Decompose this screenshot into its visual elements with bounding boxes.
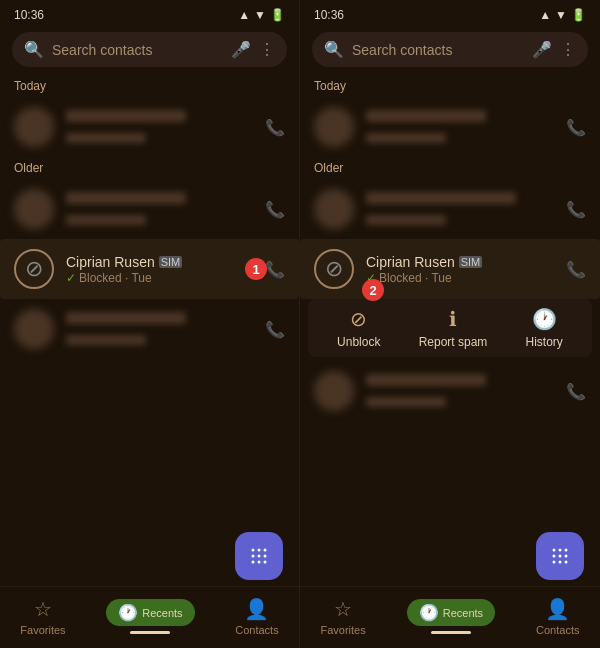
section-today-left: Today: [0, 75, 299, 97]
recents-icon-right: 🕐: [419, 603, 439, 622]
contacts-icon-right: 👤: [545, 597, 570, 621]
recents-underline-right: [431, 631, 471, 634]
right-panel: 10:36 ▲ ▼ 🔋 🔍 Search contacts 🎤 ⋮ Today …: [300, 0, 600, 648]
call-icon-older1-right[interactable]: 📞: [566, 200, 586, 219]
svg-point-12: [553, 555, 556, 558]
history-label: History: [526, 335, 563, 349]
time-right: 10:36: [314, 8, 344, 22]
svg-point-17: [565, 561, 568, 564]
section-older-left: Older: [0, 157, 299, 179]
svg-point-3: [252, 555, 255, 558]
bottom-nav-right: ☆ Favorites 🕐 Recents 👤 Contacts: [300, 586, 600, 648]
avatar-older1-left: [14, 189, 54, 229]
contact-name-blur3-left: [66, 312, 186, 324]
svg-point-16: [559, 561, 562, 564]
blocked-info-left: Ciprian Rusen SIM ✓ Blocked · Tue: [66, 254, 253, 285]
search-placeholder-right: Search contacts: [352, 42, 524, 58]
avatar-today-right: [314, 107, 354, 147]
nav-favorites-left[interactable]: ☆ Favorites: [20, 597, 65, 636]
dialpad-icon-right: [548, 544, 572, 568]
search-bar-left[interactable]: 🔍 Search contacts 🎤 ⋮: [12, 32, 287, 67]
blocked-contact-left[interactable]: ⊘ Ciprian Rusen SIM ✓ Blocked · Tue 📞 1: [0, 239, 299, 299]
avatar-older1-right: [314, 189, 354, 229]
blocked-name-right: Ciprian Rusen SIM: [366, 254, 554, 270]
status-icons-right: ▲ ▼ 🔋: [539, 8, 586, 22]
signal-icon: ▲: [238, 8, 250, 22]
blocked-sub-right: ✓ Blocked · Tue: [366, 271, 554, 285]
svg-point-14: [565, 555, 568, 558]
unblock-icon: ⊘: [350, 307, 367, 331]
svg-point-4: [258, 555, 261, 558]
contact-name-blur-left: [66, 110, 186, 122]
avatar-older2-right: [314, 371, 354, 411]
nav-contacts-left[interactable]: 👤 Contacts: [235, 597, 278, 636]
svg-point-1: [258, 549, 261, 552]
blocked-icon-right: ⊘: [325, 256, 343, 282]
action-unblock[interactable]: ⊘ Unblock: [337, 307, 380, 349]
contact-info-today-right: [366, 108, 554, 147]
avatar-today-left: [14, 107, 54, 147]
contact-info-today-left: [66, 108, 253, 147]
contact-row-today-right[interactable]: 📞: [300, 97, 600, 157]
fab-left[interactable]: [235, 532, 283, 580]
svg-point-9: [553, 549, 556, 552]
badge-2: 2: [362, 279, 384, 301]
nav-favorites-right[interactable]: ☆ Favorites: [320, 597, 365, 636]
favorites-icon-left: ☆: [34, 597, 52, 621]
recents-pill-left: 🕐 Recents: [106, 599, 194, 626]
svg-point-2: [264, 549, 267, 552]
contact-row-today-left[interactable]: 📞: [0, 97, 299, 157]
contact-sub-blur-right: [366, 133, 446, 143]
blocked-sub-left: ✓ Blocked · Tue: [66, 271, 253, 285]
contact-row-older2-right[interactable]: 📞: [300, 361, 600, 421]
contact-sub-blur-left: [66, 133, 146, 143]
call-icon-today-left[interactable]: 📞: [265, 118, 285, 137]
status-bar-left: 10:36 ▲ ▼ 🔋: [0, 0, 299, 26]
check-icon-left: ✓: [66, 271, 76, 285]
nav-contacts-right[interactable]: 👤 Contacts: [536, 597, 579, 636]
svg-point-7: [258, 561, 261, 564]
svg-point-13: [559, 555, 562, 558]
time-left: 10:36: [14, 8, 44, 22]
contact-row-older1-right[interactable]: 📞: [300, 179, 600, 239]
svg-point-10: [559, 549, 562, 552]
call-icon-today-right[interactable]: 📞: [566, 118, 586, 137]
call-icon-blocked-left[interactable]: 📞: [265, 260, 285, 279]
call-icon-older2-right[interactable]: 📞: [566, 382, 586, 401]
blocked-icon-left: ⊘: [25, 256, 43, 282]
battery-icon: 🔋: [270, 8, 285, 22]
blocked-contact-right[interactable]: ⊘ Ciprian Rusen SIM ✓ Blocked · Tue 📞: [300, 239, 600, 299]
favorites-label-right: Favorites: [320, 624, 365, 636]
fab-right[interactable]: [536, 532, 584, 580]
contact-sub-blur2-right: [366, 215, 446, 225]
action-report-spam[interactable]: ℹ Report spam: [419, 307, 488, 349]
blocked-name-left: Ciprian Rusen SIM: [66, 254, 253, 270]
wifi-icon: ▼: [254, 8, 266, 22]
nav-recents-right[interactable]: 🕐 Recents: [407, 599, 495, 634]
contact-name-blur2-left: [66, 192, 186, 204]
search-icon-left: 🔍: [24, 40, 44, 59]
action-history[interactable]: 🕐 History: [526, 307, 563, 349]
contacts-label-right: Contacts: [536, 624, 579, 636]
contact-row-older1-left[interactable]: 📞: [0, 179, 299, 239]
call-icon-older2-left[interactable]: 📞: [265, 320, 285, 339]
bottom-nav-left: ☆ Favorites 🕐 Recents 👤 Contacts: [0, 586, 299, 648]
call-icon-blocked-right[interactable]: 📞: [566, 260, 586, 279]
blocked-avatar-right: ⊘: [314, 249, 354, 289]
mic-icon-left[interactable]: 🎤: [231, 40, 251, 59]
section-today-right: Today: [300, 75, 600, 97]
contact-row-older2-left[interactable]: 📞: [0, 299, 299, 359]
svg-point-6: [252, 561, 255, 564]
mic-icon-right[interactable]: 🎤: [532, 40, 552, 59]
menu-icon-left[interactable]: ⋮: [259, 40, 275, 59]
history-icon: 🕐: [532, 307, 557, 331]
report-spam-label: Report spam: [419, 335, 488, 349]
menu-icon-right[interactable]: ⋮: [560, 40, 576, 59]
call-icon-older1-left[interactable]: 📞: [265, 200, 285, 219]
blocked-avatar-left: ⊘: [14, 249, 54, 289]
signal-icon-right: ▲: [539, 8, 551, 22]
recents-pill-right: 🕐 Recents: [407, 599, 495, 626]
search-placeholder-left: Search contacts: [52, 42, 223, 58]
search-bar-right[interactable]: 🔍 Search contacts 🎤 ⋮: [312, 32, 588, 67]
nav-recents-left[interactable]: 🕐 Recents: [106, 599, 194, 634]
